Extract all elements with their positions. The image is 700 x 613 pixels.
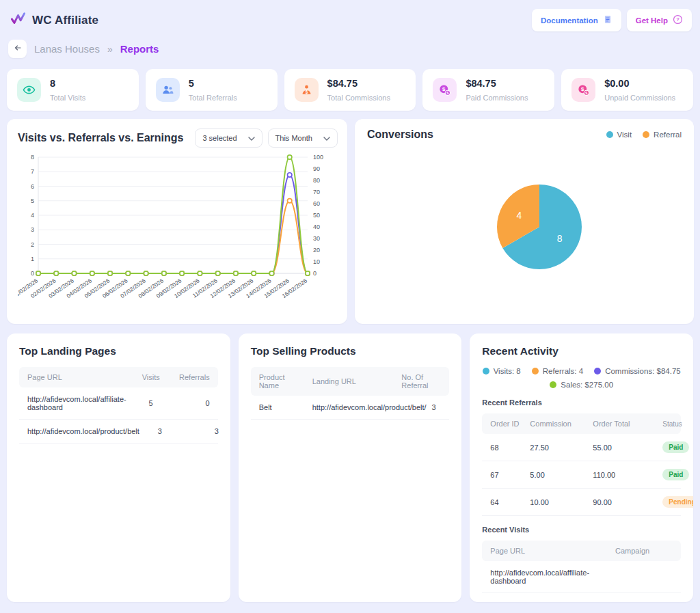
stat-label: Total Commissions: [327, 94, 390, 102]
paid-commissions-icon: $$: [433, 78, 457, 102]
recent-visits-table: Page URLCampaignhttp://afidevcom.local/a…: [482, 541, 681, 602]
table-cell: 3: [145, 427, 175, 435]
legend-referral[interactable]: Referral: [643, 131, 682, 139]
column-header: Visits: [136, 373, 166, 381]
legend-dot: [643, 131, 649, 138]
stat-card-paid-commissions: $$$84.75Paid Commissions: [422, 69, 554, 111]
stat-label: Total Visits: [50, 94, 85, 102]
table-cell: 10.00: [530, 498, 587, 506]
brand-logo-icon: [10, 11, 27, 29]
pie-chart: 84: [367, 141, 682, 314]
get-help-button[interactable]: Get Help ?: [627, 9, 692, 31]
activity-legend-item: Visits: 8: [483, 367, 521, 375]
top-bar: WC Affiliate Documentation Get Help ?: [0, 0, 700, 34]
svg-text:?: ?: [676, 16, 679, 23]
legend-label: Commissions: $84.75: [605, 367, 681, 375]
series-select-value: 3 selected: [202, 134, 237, 142]
column-header: Order ID: [490, 420, 524, 428]
svg-text:8: 8: [31, 154, 34, 161]
table-row: http://afidevcom.local/affiliate-dashboa…: [482, 561, 681, 593]
column-header: Order Total: [593, 420, 657, 428]
column-header: Page URL: [490, 547, 610, 555]
series-select[interactable]: 3 selected: [195, 128, 262, 148]
top-landing-pages-title: Top Landing Pages: [19, 345, 218, 357]
svg-text:90: 90: [313, 165, 320, 172]
get-help-label: Get Help: [636, 16, 668, 25]
table-cell: 55.00: [593, 444, 657, 452]
legend-visit[interactable]: Visit: [606, 131, 632, 139]
svg-text:70: 70: [313, 189, 320, 195]
column-header: Referrals: [172, 373, 210, 381]
activity-legend-item: Commissions: $84.75: [594, 367, 681, 375]
table-cell: http://afidevcom.local/product/belt: [27, 427, 139, 435]
svg-text:6: 6: [31, 183, 34, 190]
line-chart: 012345678010203040506070809010001/02/202…: [18, 148, 338, 313]
table-row: 6827.5055.00Paid: [482, 434, 681, 461]
legend-dot: [606, 131, 613, 138]
table-cell: 68: [490, 444, 524, 452]
legend-label: Sales: $275.00: [561, 381, 613, 389]
svg-text:20: 20: [313, 247, 320, 254]
stat-label: Total Referrals: [189, 94, 237, 102]
recent-referrals-table: Order IDCommissionOrder TotalStatus6827.…: [482, 413, 681, 516]
stat-value: 8: [50, 78, 85, 89]
top-landing-pages-panel: Top Landing Pages Page URLVisitsReferral…: [7, 333, 230, 602]
table-row: Belthttp://afidevcom.local/product/belt/…: [251, 396, 450, 420]
recent-visits-title: Recent Visits: [482, 526, 681, 534]
documentation-label: Documentation: [541, 16, 598, 25]
svg-text:8: 8: [557, 233, 563, 244]
table-cell: 27.50: [530, 444, 587, 452]
column-header: Status: [662, 420, 682, 428]
recent-activity-summary: Visits: 8Referrals: 4Commissions: $84.75…: [482, 367, 681, 389]
top-selling-products-panel: Top Selling Products Product NameLanding…: [239, 333, 462, 602]
svg-text:$: $: [447, 91, 449, 95]
svg-text:80: 80: [313, 177, 320, 184]
top-selling-products-table: Product NameLanding URLNo. Of ReferralBe…: [251, 367, 450, 420]
table-cell: Belt: [259, 403, 307, 411]
eye-icon: [17, 78, 41, 102]
conversions-panel: Conversions VisitReferral 84: [355, 119, 694, 324]
stat-card-total-commissions: $$84.75Total Commissions: [284, 69, 416, 111]
document-icon: [603, 14, 612, 26]
period-select-value: This Month: [275, 134, 312, 142]
svg-text:2: 2: [31, 241, 34, 248]
table-cell: http://afidevcom.local/affiliate-dashboa…: [490, 569, 610, 585]
help-icon: ?: [673, 14, 683, 26]
table-cell: 5.00: [530, 471, 587, 479]
stat-card-total-referrals: 5Total Referrals: [146, 69, 278, 111]
brand: WC Affiliate: [10, 11, 98, 29]
line-chart-svg: 012345678010203040506070809010001/02/202…: [18, 148, 338, 310]
documentation-button[interactable]: Documentation: [532, 9, 621, 31]
table-cell: 5: [136, 399, 166, 407]
status-badge: Pending: [662, 496, 693, 508]
top-selling-products-title: Top Selling Products: [251, 345, 450, 357]
svg-text:4: 4: [517, 210, 522, 221]
svg-text:1: 1: [31, 256, 34, 262]
conversions-title: Conversions: [367, 128, 433, 141]
recent-activity-title: Recent Activity: [482, 345, 681, 357]
breadcrumb-current: Reports: [120, 43, 159, 55]
line-chart-panel: Visits vs. Referrals vs. Earnings 3 sele…: [7, 119, 347, 324]
table-row: http://afidevcom.local/product/belt33: [19, 420, 218, 444]
table-cell: http://afidevcom.local/affiliate-dashboa…: [490, 601, 610, 602]
stat-value: $84.75: [466, 78, 528, 89]
stat-value: $0.00: [604, 78, 675, 89]
table-row: 6410.0090.00Pending: [482, 489, 681, 516]
svg-text:40: 40: [313, 223, 320, 230]
table-row: http://afidevcom.local/affiliate-dashboa…: [482, 593, 681, 602]
breadcrumb-parent[interactable]: Lanas Houses: [34, 43, 100, 55]
stat-label: Unpaid Commissions: [604, 94, 675, 102]
table-cell: 3: [180, 427, 219, 435]
period-select[interactable]: This Month: [268, 128, 338, 148]
pie-chart-svg: 84: [367, 157, 682, 301]
legend-dot: [594, 368, 601, 374]
top-landing-pages-table: Page URLVisitsReferralshttp://afidevcom.…: [19, 367, 218, 444]
back-button[interactable]: [8, 40, 27, 58]
recent-activity-panel: Recent Activity Visits: 8Referrals: 4Com…: [470, 333, 693, 602]
column-header: No. Of Referral: [401, 373, 441, 390]
line-chart-title: Visits vs. Referrals vs. Earnings: [18, 132, 184, 144]
legend-label: Visit: [617, 131, 632, 139]
table-cell: 110.00: [593, 471, 657, 479]
column-header: Landing URL: [312, 377, 396, 385]
table-cell: 90.00: [593, 498, 657, 506]
